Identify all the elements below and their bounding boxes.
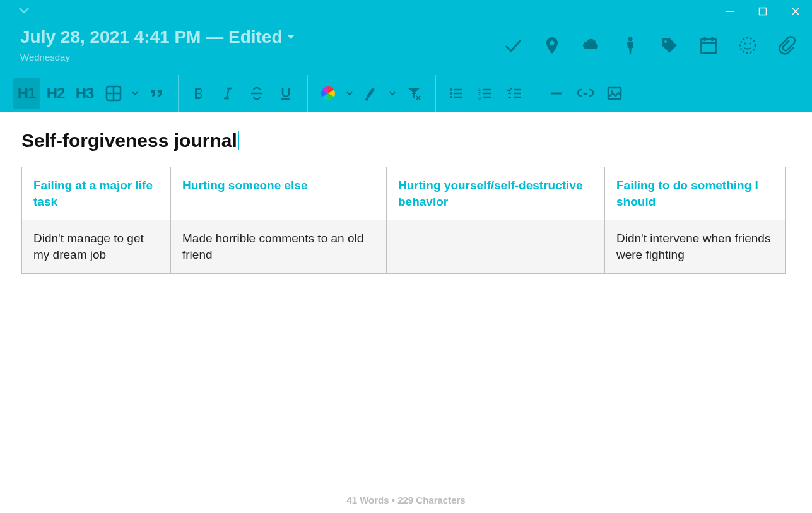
table-header-cell[interactable]: Hurting someone else [171,167,387,220]
bullet-list-button[interactable] [442,78,470,109]
word-count-status: 41 Words • 229 Characters [0,495,812,505]
numbered-list-button[interactable]: 123 [471,78,499,109]
link-button[interactable] [572,78,599,109]
svg-point-28 [450,88,452,91]
entry-action-icons [503,35,797,56]
document-title[interactable]: Self-forgiveness journal [21,130,237,151]
svg-marker-23 [408,88,420,93]
cloud-icon[interactable] [581,35,601,56]
heading2-button[interactable]: H2 [42,78,69,109]
table-row: Didn't manage to get my dream job Made h… [22,220,786,273]
close-button[interactable] [779,0,812,23]
app-header: July 28, 2021 4:41 PM — Edited Wednesday… [0,0,812,112]
format-toolbar: H1 H2 H3 123 [0,74,812,112]
highlight-dropdown-icon[interactable] [386,78,399,109]
title-bar [0,0,812,23]
svg-point-5 [550,41,555,45]
italic-button[interactable] [214,78,242,109]
calendar-icon[interactable] [698,35,719,56]
highlight-button[interactable] [357,78,385,109]
heading3-button[interactable]: H3 [71,78,98,109]
toolbar-separator [178,75,179,112]
svg-marker-4 [288,35,294,39]
svg-point-12 [740,38,755,53]
editor-content[interactable]: Self-forgiveness journal Failing at a ma… [0,112,812,292]
table-header-cell[interactable]: Hurting yourself/self-destructive behavi… [387,167,605,220]
bold-button[interactable] [185,78,213,109]
table-button[interactable] [100,78,127,109]
table-header-cell[interactable]: Failing at a major life task [22,167,171,220]
entry-date: July 28, 2021 4:41 PM — Edited [20,27,283,47]
svg-point-29 [450,92,452,95]
minimize-button[interactable] [714,0,746,23]
mood-emoji-icon[interactable] [738,35,758,56]
svg-rect-8 [701,39,716,53]
horizontal-rule-button[interactable] [543,78,570,109]
svg-point-7 [664,40,667,43]
svg-line-20 [227,88,229,98]
toolbar-separator [435,75,436,112]
svg-text:1: 1 [478,87,481,91]
attachment-icon[interactable] [777,35,797,56]
image-button[interactable] [601,78,628,109]
table-cell[interactable]: Didn't intervene when friends were fight… [605,220,786,273]
done-check-icon[interactable] [503,35,523,56]
text-color-button[interactable] [314,78,342,109]
table-header-row: Failing at a major life task Hurting som… [22,167,786,220]
clear-format-button[interactable] [400,78,428,109]
window-controls [714,0,812,23]
journal-table[interactable]: Failing at a major life task Hurting som… [21,167,786,274]
svg-text:3: 3 [478,96,481,100]
table-cell[interactable]: Didn't manage to get my dream job [22,220,171,273]
svg-point-30 [450,96,452,98]
blockquote-button[interactable] [143,78,170,109]
svg-point-13 [744,42,746,44]
date-dropdown-icon[interactable] [286,32,295,43]
svg-rect-1 [760,8,767,15]
heading1-button[interactable]: H1 [13,78,40,109]
table-dropdown-icon[interactable] [129,78,141,109]
checklist-button[interactable] [500,78,528,109]
underline-button[interactable] [272,78,300,109]
svg-text:2: 2 [478,91,481,96]
person-icon[interactable] [620,35,640,56]
table-header-cell[interactable]: Failing to do something I should [605,167,786,220]
strikethrough-button[interactable] [243,78,271,109]
table-cell[interactable] [387,220,605,273]
table-cell[interactable]: Made horrible comments to an old friend [171,220,387,273]
location-pin-icon[interactable] [542,35,562,56]
svg-point-14 [749,42,751,44]
svg-point-6 [628,37,633,42]
toolbar-separator [536,75,536,112]
svg-point-47 [611,90,613,93]
maximize-button[interactable] [746,0,779,23]
text-color-dropdown-icon[interactable] [343,78,356,109]
tag-icon[interactable] [659,35,680,56]
toolbar-separator [307,75,308,112]
collapse-chevron-icon[interactable] [18,6,30,17]
